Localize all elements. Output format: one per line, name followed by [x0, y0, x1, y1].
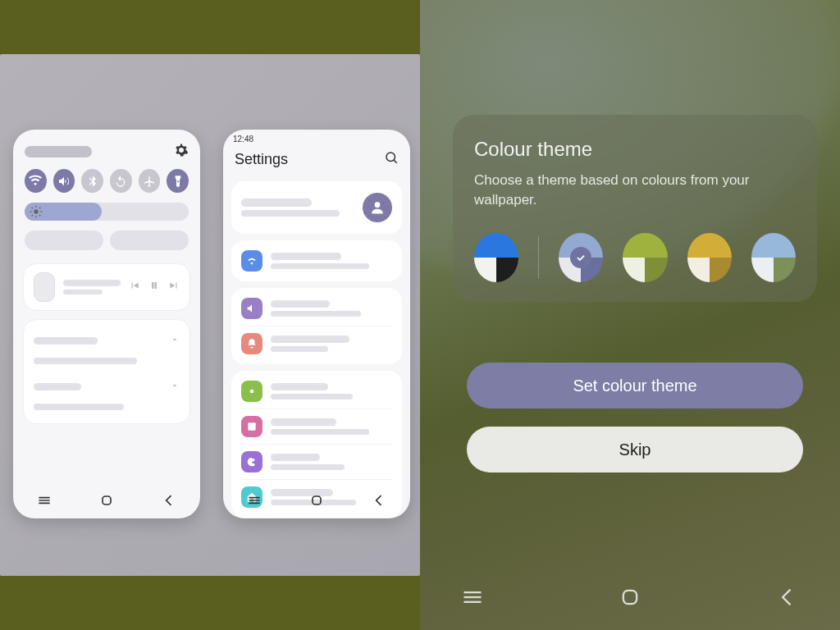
sun-icon	[241, 381, 262, 402]
placeholder-text	[241, 210, 340, 217]
chevron-down-icon[interactable]	[170, 333, 180, 348]
airplane-toggle-icon[interactable]	[139, 169, 161, 193]
settings-item-connections[interactable]	[231, 244, 402, 278]
settings-item-notifications[interactable]	[231, 326, 402, 361]
svg-rect-12	[103, 496, 111, 504]
system-nav-bar	[461, 586, 799, 612]
placeholder-text	[63, 280, 121, 286]
wifi-icon	[241, 250, 262, 272]
media-next-icon[interactable]	[168, 280, 180, 294]
notification-card[interactable]	[23, 319, 190, 424]
set-colour-theme-button[interactable]: Set colour theme	[467, 363, 803, 409]
colour-theme-panel: Colour theme Choose a theme based on col…	[420, 0, 840, 630]
nav-recents-icon[interactable]	[36, 492, 52, 512]
placeholder-text	[34, 404, 124, 410]
sound-icon	[241, 298, 262, 319]
settings-item-display[interactable]	[231, 374, 402, 409]
placeholder-text	[34, 358, 137, 364]
settings-item-themes[interactable]	[231, 445, 402, 479]
brightness-icon	[30, 205, 43, 218]
colour-swatch-sky[interactable]	[751, 233, 796, 282]
nav-bar	[223, 492, 410, 512]
svg-line-6	[39, 215, 40, 216]
preview-settings-phone: 12:48 Settings	[223, 130, 410, 518]
placeholder-text	[63, 290, 103, 294]
chevron-down-icon[interactable]	[170, 379, 180, 394]
svg-line-7	[32, 215, 33, 216]
account-avatar-icon[interactable]	[363, 193, 392, 222]
svg-rect-25	[623, 591, 637, 604]
settings-title: Settings	[235, 151, 288, 168]
svg-point-15	[375, 202, 381, 208]
image-icon	[241, 416, 262, 437]
theme-preview-panel: 12:48 Settings	[0, 54, 420, 576]
svg-line-5	[32, 208, 33, 208]
bell-icon	[241, 333, 262, 354]
colour-theme-title: Colour theme	[474, 138, 796, 161]
colour-swatch-mustard[interactable]	[687, 233, 732, 282]
nav-recents-icon[interactable]	[246, 492, 262, 512]
svg-line-14	[394, 160, 397, 163]
nav-home-icon[interactable]	[308, 492, 325, 512]
nav-back-icon[interactable]	[371, 492, 387, 512]
media-thumbnail	[34, 272, 55, 302]
settings-item-wallpaper[interactable]	[231, 409, 402, 444]
check-icon	[570, 247, 591, 268]
flashlight-toggle-icon[interactable]	[167, 169, 189, 193]
nav-home-icon[interactable]	[98, 492, 115, 512]
media-prev-icon[interactable]	[129, 280, 140, 294]
quick-settings-row	[25, 169, 189, 193]
wifi-toggle-icon[interactable]	[25, 169, 47, 193]
colour-swatch-lavender[interactable]	[559, 233, 603, 282]
media-player-card[interactable]	[23, 263, 190, 311]
placeholder-text	[241, 199, 312, 207]
colour-swatches-row	[474, 233, 796, 282]
colour-theme-subtitle: Choose a theme based on colours from you…	[474, 171, 796, 210]
placeholder-text	[25, 146, 92, 158]
placeholder-chip	[25, 231, 103, 250]
nav-back-icon[interactable]	[161, 492, 177, 512]
status-bar-time: 12:48	[223, 130, 410, 144]
placeholder-chip	[110, 231, 189, 250]
svg-point-16	[250, 390, 254, 394]
svg-point-13	[386, 153, 395, 162]
nav-recents-icon[interactable]	[461, 586, 484, 612]
brightness-slider[interactable]	[25, 203, 189, 221]
placeholder-text	[34, 337, 98, 345]
sound-toggle-icon[interactable]	[53, 169, 75, 193]
settings-item-sound[interactable]	[231, 291, 402, 326]
preview-quick-panel-phone	[13, 130, 200, 518]
svg-rect-21	[313, 496, 321, 504]
nav-bar	[13, 492, 200, 512]
gear-icon[interactable]	[174, 143, 189, 161]
svg-line-8	[39, 208, 40, 208]
colour-theme-sheet: Colour theme Choose a theme based on col…	[453, 115, 817, 302]
colour-swatch-lime[interactable]	[623, 233, 667, 282]
placeholder-text	[34, 383, 81, 390]
skip-button[interactable]: Skip	[467, 427, 803, 472]
colour-swatch-wallpaper-default[interactable]	[474, 233, 518, 282]
nav-back-icon[interactable]	[776, 586, 799, 612]
autorotate-toggle-icon[interactable]	[110, 169, 132, 193]
bluetooth-toggle-icon[interactable]	[81, 169, 103, 193]
svg-point-0	[34, 209, 38, 213]
nav-home-icon[interactable]	[619, 586, 641, 612]
search-icon[interactable]	[384, 150, 399, 168]
swatch-divider	[538, 236, 539, 279]
media-pause-icon[interactable]	[148, 280, 160, 294]
svg-rect-17	[248, 422, 255, 430]
palette-icon	[241, 451, 262, 472]
